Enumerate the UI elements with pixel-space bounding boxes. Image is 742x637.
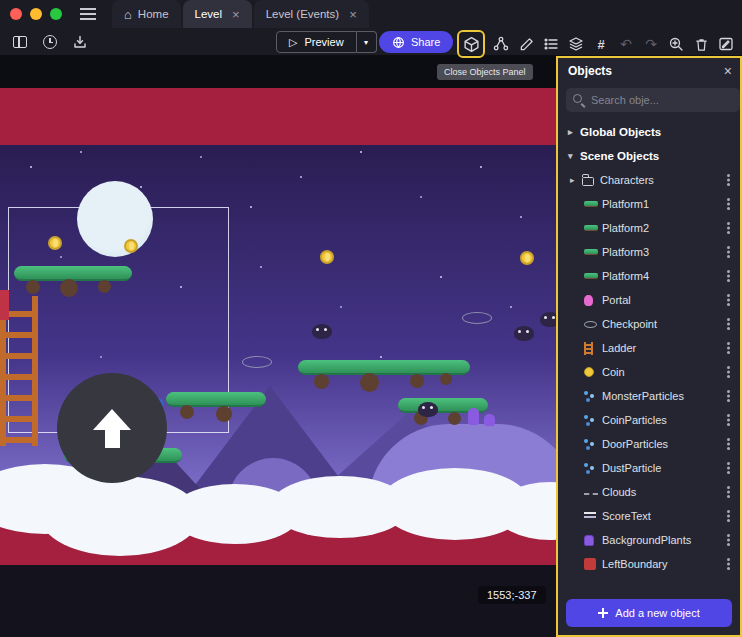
platform-sprite[interactable] (14, 266, 132, 281)
more-options-icon[interactable] (720, 413, 736, 427)
object-row-platform4[interactable]: Platform4 (558, 264, 740, 288)
main-menu-icon[interactable] (80, 8, 96, 20)
minimize-window-button[interactable] (30, 8, 42, 20)
add-button-label: Add a new object (615, 607, 699, 619)
undo-button[interactable]: ↶ (614, 32, 638, 56)
more-options-icon[interactable] (720, 293, 736, 307)
more-options-icon[interactable] (720, 221, 736, 235)
object-row-characters[interactable]: ▸ Characters (558, 168, 740, 192)
coin-sprite[interactable] (48, 236, 62, 250)
redo-button[interactable]: ↷ (639, 32, 663, 56)
coin-sprite[interactable] (520, 251, 534, 265)
close-window-button[interactable] (10, 8, 22, 20)
object-row-ladder[interactable]: Ladder (558, 336, 740, 360)
particles-icon (584, 391, 588, 395)
object-properties-button[interactable] (539, 32, 563, 56)
object-row-coin[interactable]: Coin (558, 360, 740, 384)
chevron-down-icon: ▾ (568, 151, 580, 161)
object-row-clouds[interactable]: Clouds (558, 480, 740, 504)
object-row-monsterparticles[interactable]: MonsterParticles (558, 384, 740, 408)
preview-options-dropdown[interactable]: ▾ (357, 31, 377, 53)
save-button[interactable] (68, 30, 92, 54)
zoom-button[interactable] (664, 32, 688, 56)
maximize-window-button[interactable] (50, 8, 62, 20)
object-row-coinparticles[interactable]: CoinParticles (558, 408, 740, 432)
more-options-icon[interactable] (720, 509, 736, 523)
more-options-icon[interactable] (720, 173, 736, 187)
preview-button[interactable]: ▷ Preview (276, 31, 357, 53)
coin-sprite[interactable] (124, 239, 138, 253)
more-options-icon[interactable] (720, 245, 736, 259)
object-row-portal[interactable]: Portal (558, 288, 740, 312)
more-options-icon[interactable] (720, 461, 736, 475)
object-groups-button[interactable] (489, 32, 513, 56)
more-options-icon[interactable] (720, 485, 736, 499)
bat-monster-sprite[interactable] (514, 326, 534, 341)
object-label: Characters (600, 174, 720, 186)
history-button[interactable] (38, 30, 62, 54)
platform-sprite[interactable] (166, 392, 266, 407)
more-options-icon[interactable] (720, 533, 736, 547)
more-options-icon[interactable] (720, 365, 736, 379)
plant-sprite[interactable] (468, 408, 479, 425)
tree-section-scene-objects[interactable]: ▾ Scene Objects (558, 144, 740, 168)
coin-sprite[interactable] (320, 250, 334, 264)
tree-section-global-objects[interactable]: ▸ Global Objects (558, 120, 740, 144)
more-options-icon[interactable] (720, 557, 736, 571)
object-row-leftboundary[interactable]: LeftBoundary (558, 552, 740, 576)
more-options-icon[interactable] (720, 197, 736, 211)
object-row-scoretext[interactable]: ScoreText (558, 504, 740, 528)
search-input[interactable] (591, 94, 733, 106)
object-row-platform2[interactable]: Platform2 (558, 216, 740, 240)
bat-monster-sprite[interactable] (540, 312, 556, 327)
tab-home[interactable]: ⌂ Home (112, 0, 181, 28)
particles-icon (584, 415, 588, 419)
checkpoint-icon (584, 321, 597, 328)
objects-panel-highlight (457, 30, 485, 58)
up-arrow-control-sprite[interactable] (57, 373, 167, 483)
platform-sprite[interactable] (298, 360, 470, 375)
edit-scene-button[interactable] (514, 32, 538, 56)
object-row-dustparticle[interactable]: DustParticle (558, 456, 740, 480)
more-options-icon[interactable] (720, 437, 736, 451)
layers-button[interactable] (564, 32, 588, 56)
object-row-backgroundplants[interactable]: BackgroundPlants (558, 528, 740, 552)
ufo-sprite[interactable] (462, 312, 492, 324)
close-tab-icon[interactable]: × (232, 8, 240, 21)
plant-sprite[interactable] (484, 414, 495, 426)
close-panel-icon[interactable]: × (724, 64, 732, 78)
grid-button[interactable]: # (589, 32, 613, 56)
more-options-icon[interactable] (720, 317, 736, 331)
toolbar: ▷ Preview ▾ Share (0, 28, 742, 56)
object-label: ScoreText (602, 510, 720, 522)
bat-monster-sprite[interactable] (418, 402, 438, 417)
moon-sprite[interactable] (77, 181, 153, 257)
hash-icon: # (597, 37, 604, 52)
object-row-doorparticles[interactable]: DoorParticles (558, 432, 740, 456)
close-tab-icon[interactable]: × (349, 8, 357, 21)
bat-monster-sprite[interactable] (312, 324, 332, 339)
toggle-objects-panel-button[interactable] (459, 32, 483, 56)
clouds-icon (584, 493, 598, 495)
add-new-object-button[interactable]: Add a new object (566, 599, 732, 627)
platform-top (166, 392, 266, 407)
editor-tabs: ⌂ Home Level × Level (Events) × (112, 0, 371, 28)
objects-panel-header: Objects × (558, 58, 740, 84)
more-options-icon[interactable] (720, 341, 736, 355)
object-row-checkpoint[interactable]: Checkpoint (558, 312, 740, 336)
more-options-icon[interactable] (720, 269, 736, 283)
tab-level[interactable]: Level × (183, 0, 252, 28)
more-options-icon[interactable] (720, 389, 736, 403)
tab-level-events[interactable]: Level (Events) × (254, 0, 369, 28)
pencil-icon (519, 37, 534, 52)
search-box (566, 88, 740, 112)
object-row-platform1[interactable]: Platform1 (558, 192, 740, 216)
scene-canvas[interactable]: 1553;-337 (0, 56, 556, 637)
ufo-sprite[interactable] (242, 356, 272, 368)
delete-button[interactable] (689, 32, 713, 56)
instance-properties-button[interactable] (714, 32, 738, 56)
share-button[interactable]: Share (379, 31, 453, 53)
object-row-platform3[interactable]: Platform3 (558, 240, 740, 264)
project-manager-button[interactable] (8, 30, 32, 54)
left-boundary-sprite[interactable] (0, 290, 9, 320)
